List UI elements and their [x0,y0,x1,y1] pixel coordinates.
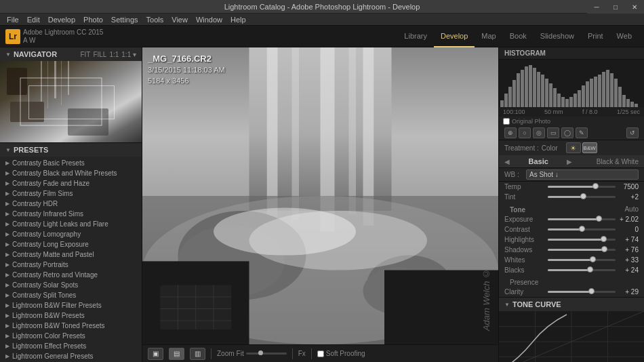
zoom-fit[interactable]: FIT [80,51,90,58]
tint-thumb [580,193,586,199]
pg-tri: ▶ [5,211,9,217]
preset-group-lightleaks[interactable]: ▶ Contrasty Light Leaks and Flare [0,219,142,229]
wb-preset-dropdown[interactable]: As Shot ↓ [526,169,639,180]
photo-filename: _MG_7166.CR2 [148,53,225,65]
graduated-filter-tool[interactable]: ▭ [547,127,559,138]
preset-group-fade[interactable]: ▶ Contrasty Fade and Haze [0,178,142,188]
soft-proofing-checkbox[interactable] [317,350,324,357]
tone-curve-header[interactable]: ▼ Tone Curve [499,298,644,311]
presets-header[interactable]: ▼ Presets [0,143,142,157]
navigator-header[interactable]: ▼ Navigator FIT FILL 1:1 1:1 ▾ [0,47,142,61]
shadows-slider[interactable] [548,249,616,251]
preset-group-lr-color[interactable]: ▶ Lightroom Color Presets [0,331,142,341]
view-loupe-button[interactable]: ▤ [169,348,184,360]
basic-panel-next-arrow[interactable]: ▶ [567,158,572,165]
preset-group-hdr[interactable]: ▶ Contrasty HDR [0,199,142,209]
content-area: ▼ Navigator FIT FILL 1:1 1:1 ▾ [0,47,644,362]
menu-help[interactable]: Help [226,16,250,24]
svg-rect-46 [545,79,548,107]
menu-tools[interactable]: Tools [142,16,168,24]
zoom-custom[interactable]: 1:1 ▾ [121,51,136,58]
zoom-slider[interactable] [246,353,287,355]
tab-map[interactable]: Map [475,26,502,47]
spot-removal-tool[interactable]: ○ [519,127,531,138]
preset-group-infrared[interactable]: ▶ Contrasty Infrared Sims [0,209,142,219]
tab-slideshow[interactable]: Slideshow [534,26,581,47]
pg-name: Contrasty Matte and Pastel [12,251,94,258]
histogram-header[interactable]: Histogram [499,47,644,60]
tab-develop[interactable]: Develop [434,26,475,47]
menu-file[interactable]: File [3,16,23,24]
adjustment-brush-tool[interactable]: ✎ [576,127,588,138]
basic-panel-prev-arrow[interactable]: ◀ [504,158,510,165]
original-photo-check[interactable] [503,118,510,125]
zoom-fill[interactable]: FILL [93,51,106,58]
tint-slider[interactable] [548,196,616,198]
tab-web[interactable]: Web [610,26,639,47]
pg-name: Contrasty Basic Presets [12,159,85,167]
preset-group-lr-effect[interactable]: ▶ Lightroom Effect Presets [0,341,142,351]
preset-group-solar[interactable]: ▶ Contrasty Solar Spots [0,280,142,290]
tone-curve-section: ▼ Tone Curve [499,297,644,362]
crop-tool[interactable]: ⊕ [504,127,517,138]
clarity-thumb [588,288,595,294]
menu-edit[interactable]: Edit [23,16,44,24]
bw-treatment-btn[interactable]: B&W [582,142,597,153]
tab-book[interactable]: Book [503,26,534,47]
clarity-label: Clarity [504,288,545,296]
tint-value: +2 [618,193,639,201]
menu-settings[interactable]: Settings [107,16,142,24]
preset-group-retro[interactable]: ▶ Contrasty Retro and Vintage [0,270,142,280]
app: Lightroom Catalog - Adobe Photoshop Ligh… [0,0,644,362]
svg-rect-55 [582,85,585,107]
svg-rect-9 [20,78,102,125]
view-compare-button[interactable]: ▥ [190,348,205,360]
minimize-button[interactable]: ─ [587,0,606,14]
preset-group-contrasty-basic[interactable]: ▶ Contrasty Basic Presets [0,158,142,168]
highlights-slider[interactable] [548,239,616,241]
navigator-zoom-options: FIT FILL 1:1 1:1 ▾ [80,51,136,58]
pg-tri: ▶ [5,333,9,339]
temp-slider[interactable] [548,186,616,188]
menu-develop[interactable]: Develop [44,16,79,24]
pg-name: Contrasty Light Leaks and Flare [12,220,108,228]
preset-group-lr-bw[interactable]: ▶ Lightroom B&W Presets [0,310,142,321]
auto-button[interactable]: Auto [624,205,639,213]
preset-group-portraits[interactable]: ▶ Contrasty Portraits [0,260,142,270]
preset-group-lr-bwfilter[interactable]: ▶ Lightroom B&W Filter Presets [0,300,142,310]
close-button[interactable]: ✕ [625,0,644,14]
preset-group-film[interactable]: ▶ Contrasty Film Sims [0,188,142,199]
exposure-slider[interactable] [548,218,616,220]
preset-group-lomography[interactable]: ▶ Contrasty Lomography [0,229,142,239]
tab-print[interactable]: Print [581,26,610,47]
reset-tool[interactable]: ↺ [626,127,639,138]
clarity-slider[interactable] [548,291,616,293]
preset-group-bw[interactable]: ▶ Contrasty Black and White Presets [0,168,142,178]
pg-name: Contrasty Solar Spots [12,281,78,289]
contrast-slider[interactable] [548,228,616,230]
color-treatment-btn[interactable]: ☀ [566,142,581,153]
preset-group-lr-general[interactable]: ▶ Lightroom General Presets [0,351,142,361]
preset-group-longexposure[interactable]: ▶ Contrasty Long Exposure [0,239,142,249]
wb-preset-value: As Shot ↓ [529,171,559,178]
tab-library[interactable]: Library [397,26,434,47]
view-grid-button[interactable]: ▣ [148,348,163,360]
radial-filter-tool[interactable]: ◯ [561,127,573,138]
menu-window[interactable]: Window [192,16,226,24]
pg-name: Contrasty HDR [12,200,58,207]
whites-slider[interactable] [548,259,616,261]
preset-group-splittones[interactable]: ▶ Contrasty Split Tones [0,290,142,300]
pg-name: Lightroom B&W Toned Presets [12,322,105,329]
svg-rect-59 [598,75,601,107]
blacks-slider[interactable] [548,269,616,271]
preset-group-matte[interactable]: ▶ Contrasty Matte and Pastel [0,249,142,260]
toolbar-separator-1 [211,348,212,359]
redeye-tool[interactable]: ◎ [533,127,545,138]
menu-view[interactable]: View [167,16,192,24]
menu-photo[interactable]: Photo [79,16,107,24]
zoom-1-1[interactable]: 1:1 [109,51,119,58]
basic-panel-header[interactable]: ◀ Basic ▶ Black & White [499,155,644,168]
preset-group-lr-bwtoned[interactable]: ▶ Lightroom B&W Toned Presets [0,321,142,331]
pg-tri: ▶ [5,241,9,247]
maximize-button[interactable]: □ [606,0,625,14]
